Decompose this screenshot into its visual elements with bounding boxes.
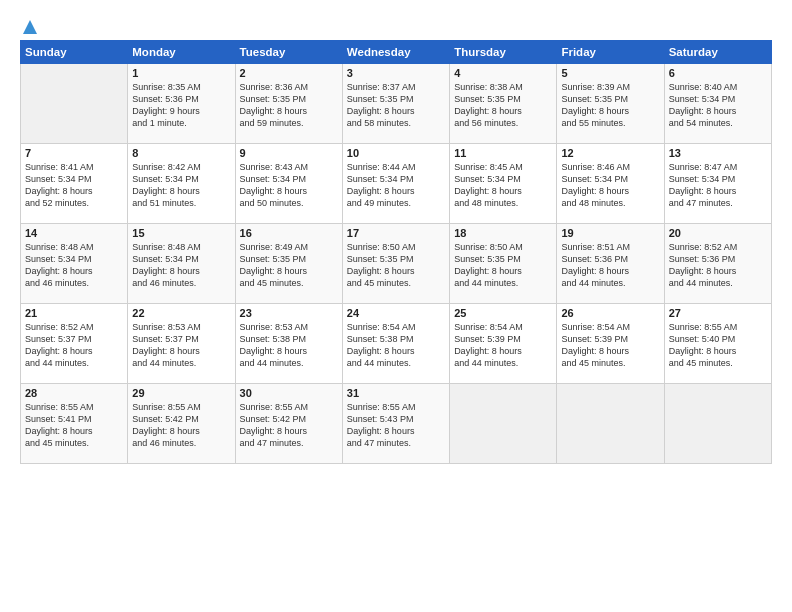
day-info: Sunrise: 8:48 AM Sunset: 5:34 PM Dayligh… (25, 241, 123, 290)
header-day-wednesday: Wednesday (342, 41, 449, 64)
page: SundayMondayTuesdayWednesdayThursdayFrid… (0, 0, 792, 612)
day-info: Sunrise: 8:52 AM Sunset: 5:37 PM Dayligh… (25, 321, 123, 370)
svg-marker-0 (23, 20, 37, 34)
day-cell: 10Sunrise: 8:44 AM Sunset: 5:34 PM Dayli… (342, 144, 449, 224)
day-info: Sunrise: 8:46 AM Sunset: 5:34 PM Dayligh… (561, 161, 659, 210)
day-info: Sunrise: 8:40 AM Sunset: 5:34 PM Dayligh… (669, 81, 767, 130)
week-row-1: 1Sunrise: 8:35 AM Sunset: 5:36 PM Daylig… (21, 64, 772, 144)
day-number: 11 (454, 147, 552, 159)
day-info: Sunrise: 8:37 AM Sunset: 5:35 PM Dayligh… (347, 81, 445, 130)
week-row-4: 21Sunrise: 8:52 AM Sunset: 5:37 PM Dayli… (21, 304, 772, 384)
header (20, 18, 772, 34)
day-info: Sunrise: 8:53 AM Sunset: 5:38 PM Dayligh… (240, 321, 338, 370)
day-number: 19 (561, 227, 659, 239)
day-cell (21, 64, 128, 144)
day-cell: 25Sunrise: 8:54 AM Sunset: 5:39 PM Dayli… (450, 304, 557, 384)
day-cell: 17Sunrise: 8:50 AM Sunset: 5:35 PM Dayli… (342, 224, 449, 304)
day-cell: 30Sunrise: 8:55 AM Sunset: 5:42 PM Dayli… (235, 384, 342, 464)
day-info: Sunrise: 8:54 AM Sunset: 5:38 PM Dayligh… (347, 321, 445, 370)
day-info: Sunrise: 8:49 AM Sunset: 5:35 PM Dayligh… (240, 241, 338, 290)
day-info: Sunrise: 8:36 AM Sunset: 5:35 PM Dayligh… (240, 81, 338, 130)
header-day-tuesday: Tuesday (235, 41, 342, 64)
day-cell (450, 384, 557, 464)
day-info: Sunrise: 8:54 AM Sunset: 5:39 PM Dayligh… (561, 321, 659, 370)
day-info: Sunrise: 8:39 AM Sunset: 5:35 PM Dayligh… (561, 81, 659, 130)
day-number: 22 (132, 307, 230, 319)
day-cell: 2Sunrise: 8:36 AM Sunset: 5:35 PM Daylig… (235, 64, 342, 144)
day-cell: 8Sunrise: 8:42 AM Sunset: 5:34 PM Daylig… (128, 144, 235, 224)
day-info: Sunrise: 8:45 AM Sunset: 5:34 PM Dayligh… (454, 161, 552, 210)
day-cell: 24Sunrise: 8:54 AM Sunset: 5:38 PM Dayli… (342, 304, 449, 384)
day-info: Sunrise: 8:51 AM Sunset: 5:36 PM Dayligh… (561, 241, 659, 290)
day-cell: 4Sunrise: 8:38 AM Sunset: 5:35 PM Daylig… (450, 64, 557, 144)
header-row: SundayMondayTuesdayWednesdayThursdayFrid… (21, 41, 772, 64)
day-cell: 16Sunrise: 8:49 AM Sunset: 5:35 PM Dayli… (235, 224, 342, 304)
week-row-5: 28Sunrise: 8:55 AM Sunset: 5:41 PM Dayli… (21, 384, 772, 464)
day-info: Sunrise: 8:55 AM Sunset: 5:41 PM Dayligh… (25, 401, 123, 450)
day-cell: 29Sunrise: 8:55 AM Sunset: 5:42 PM Dayli… (128, 384, 235, 464)
day-number: 12 (561, 147, 659, 159)
day-number: 24 (347, 307, 445, 319)
day-number: 27 (669, 307, 767, 319)
day-cell: 9Sunrise: 8:43 AM Sunset: 5:34 PM Daylig… (235, 144, 342, 224)
day-info: Sunrise: 8:35 AM Sunset: 5:36 PM Dayligh… (132, 81, 230, 130)
day-cell: 26Sunrise: 8:54 AM Sunset: 5:39 PM Dayli… (557, 304, 664, 384)
day-cell (557, 384, 664, 464)
day-cell: 15Sunrise: 8:48 AM Sunset: 5:34 PM Dayli… (128, 224, 235, 304)
day-number: 14 (25, 227, 123, 239)
day-cell: 19Sunrise: 8:51 AM Sunset: 5:36 PM Dayli… (557, 224, 664, 304)
day-info: Sunrise: 8:43 AM Sunset: 5:34 PM Dayligh… (240, 161, 338, 210)
day-info: Sunrise: 8:55 AM Sunset: 5:42 PM Dayligh… (240, 401, 338, 450)
header-day-friday: Friday (557, 41, 664, 64)
day-cell (664, 384, 771, 464)
day-cell: 1Sunrise: 8:35 AM Sunset: 5:36 PM Daylig… (128, 64, 235, 144)
day-info: Sunrise: 8:41 AM Sunset: 5:34 PM Dayligh… (25, 161, 123, 210)
day-info: Sunrise: 8:38 AM Sunset: 5:35 PM Dayligh… (454, 81, 552, 130)
day-cell: 27Sunrise: 8:55 AM Sunset: 5:40 PM Dayli… (664, 304, 771, 384)
week-row-3: 14Sunrise: 8:48 AM Sunset: 5:34 PM Dayli… (21, 224, 772, 304)
calendar-body: 1Sunrise: 8:35 AM Sunset: 5:36 PM Daylig… (21, 64, 772, 464)
day-number: 29 (132, 387, 230, 399)
day-number: 31 (347, 387, 445, 399)
header-day-saturday: Saturday (664, 41, 771, 64)
week-row-2: 7Sunrise: 8:41 AM Sunset: 5:34 PM Daylig… (21, 144, 772, 224)
day-cell: 14Sunrise: 8:48 AM Sunset: 5:34 PM Dayli… (21, 224, 128, 304)
day-info: Sunrise: 8:55 AM Sunset: 5:43 PM Dayligh… (347, 401, 445, 450)
day-cell: 28Sunrise: 8:55 AM Sunset: 5:41 PM Dayli… (21, 384, 128, 464)
day-cell: 6Sunrise: 8:40 AM Sunset: 5:34 PM Daylig… (664, 64, 771, 144)
day-cell: 12Sunrise: 8:46 AM Sunset: 5:34 PM Dayli… (557, 144, 664, 224)
day-info: Sunrise: 8:50 AM Sunset: 5:35 PM Dayligh… (454, 241, 552, 290)
day-number: 26 (561, 307, 659, 319)
day-number: 2 (240, 67, 338, 79)
header-day-thursday: Thursday (450, 41, 557, 64)
day-number: 10 (347, 147, 445, 159)
day-cell: 31Sunrise: 8:55 AM Sunset: 5:43 PM Dayli… (342, 384, 449, 464)
day-number: 18 (454, 227, 552, 239)
day-number: 16 (240, 227, 338, 239)
day-number: 25 (454, 307, 552, 319)
day-info: Sunrise: 8:55 AM Sunset: 5:40 PM Dayligh… (669, 321, 767, 370)
day-number: 20 (669, 227, 767, 239)
day-cell: 20Sunrise: 8:52 AM Sunset: 5:36 PM Dayli… (664, 224, 771, 304)
day-number: 15 (132, 227, 230, 239)
day-cell: 22Sunrise: 8:53 AM Sunset: 5:37 PM Dayli… (128, 304, 235, 384)
logo-icon (21, 18, 39, 36)
day-info: Sunrise: 8:44 AM Sunset: 5:34 PM Dayligh… (347, 161, 445, 210)
day-info: Sunrise: 8:42 AM Sunset: 5:34 PM Dayligh… (132, 161, 230, 210)
day-cell: 21Sunrise: 8:52 AM Sunset: 5:37 PM Dayli… (21, 304, 128, 384)
day-cell: 7Sunrise: 8:41 AM Sunset: 5:34 PM Daylig… (21, 144, 128, 224)
header-day-sunday: Sunday (21, 41, 128, 64)
day-number: 3 (347, 67, 445, 79)
day-number: 7 (25, 147, 123, 159)
day-number: 17 (347, 227, 445, 239)
day-number: 28 (25, 387, 123, 399)
day-number: 9 (240, 147, 338, 159)
day-cell: 11Sunrise: 8:45 AM Sunset: 5:34 PM Dayli… (450, 144, 557, 224)
day-number: 4 (454, 67, 552, 79)
day-info: Sunrise: 8:54 AM Sunset: 5:39 PM Dayligh… (454, 321, 552, 370)
day-cell: 23Sunrise: 8:53 AM Sunset: 5:38 PM Dayli… (235, 304, 342, 384)
day-cell: 13Sunrise: 8:47 AM Sunset: 5:34 PM Dayli… (664, 144, 771, 224)
day-number: 1 (132, 67, 230, 79)
day-cell: 5Sunrise: 8:39 AM Sunset: 5:35 PM Daylig… (557, 64, 664, 144)
day-info: Sunrise: 8:50 AM Sunset: 5:35 PM Dayligh… (347, 241, 445, 290)
